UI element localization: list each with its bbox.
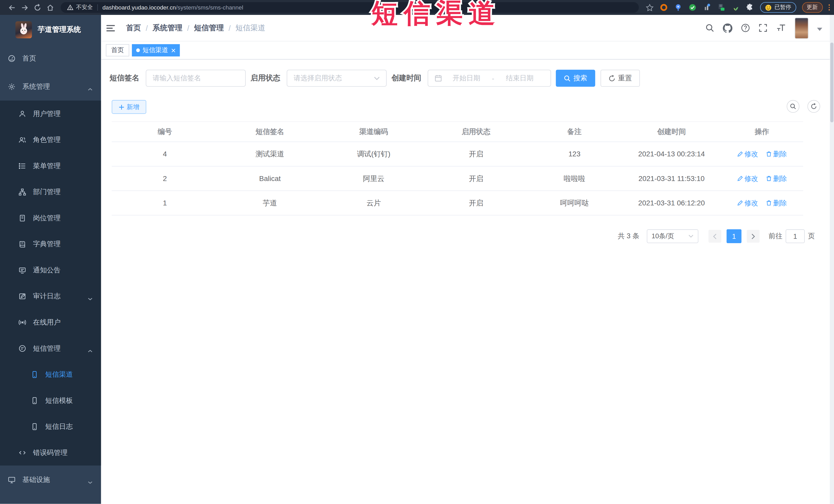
extension-green-check-icon[interactable] xyxy=(688,3,697,12)
chevron-down-icon xyxy=(374,76,380,80)
font-size-icon[interactable] xyxy=(776,23,786,32)
browser-forward-icon[interactable] xyxy=(18,2,31,13)
extension-stats-icon[interactable] xyxy=(703,3,711,12)
goto-page-input[interactable] xyxy=(786,229,805,243)
chevron-down-icon xyxy=(88,294,93,302)
user-avatar[interactable] xyxy=(795,17,809,39)
sidebar-item-error-code[interactable]: 错误码管理 xyxy=(0,440,101,466)
breadcrumb-separator: / xyxy=(229,24,231,32)
extension-dark-on-icon[interactable] xyxy=(717,3,725,12)
tab-home[interactable]: 首页 xyxy=(106,44,129,57)
prev-page-button[interactable] xyxy=(708,230,721,243)
next-page-button[interactable] xyxy=(747,230,760,243)
page-scrollbar[interactable] xyxy=(830,15,834,504)
breadcrumb: 首页 / 系统管理 / 短信管理 / 短信渠道 xyxy=(126,23,265,32)
sidebar-item-label: 菜单管理 xyxy=(33,161,61,171)
address-bar[interactable]: 不安全 dashboard.yudao.iocoder.cn/system/sm… xyxy=(61,2,639,13)
reset-button-label: 重置 xyxy=(618,73,632,83)
edit-link-label: 修改 xyxy=(744,149,758,159)
breadcrumb-sms[interactable]: 短信管理 xyxy=(194,23,224,32)
cell-id: 4 xyxy=(112,150,218,158)
search-icon xyxy=(790,103,796,110)
tab-label: 短信渠道 xyxy=(142,46,168,55)
pagination: 共 3 条 10条/页 1 前往 页 xyxy=(618,229,815,244)
dashboard-icon xyxy=(8,55,16,62)
sidebar-item-audit-log[interactable]: 审计日志 xyxy=(0,283,101,309)
sidebar-toggle-icon[interactable] xyxy=(106,23,117,33)
edit-link[interactable]: 修改 xyxy=(737,198,758,208)
sidebar-item-sms-mgmt[interactable]: 短信管理 xyxy=(0,335,101,361)
fullscreen-icon[interactable] xyxy=(759,23,768,32)
sidebar-item-sms-log[interactable]: 短信日志 xyxy=(0,413,101,440)
sidebar-item-dict-mgmt[interactable]: 字典管理 xyxy=(0,231,101,257)
extension-paused-badge[interactable]: 已暂停 xyxy=(760,2,796,13)
bookmark-star-icon[interactable] xyxy=(645,3,654,12)
add-button[interactable]: 新增 xyxy=(112,100,146,114)
sidebar-item-post-mgmt[interactable]: 岗位管理 xyxy=(0,205,101,231)
reset-button[interactable]: 重置 xyxy=(600,70,640,87)
toggle-search-button[interactable] xyxy=(787,100,799,113)
cell-actions: 修改 删除 xyxy=(721,149,803,159)
scrollbar-thumb[interactable] xyxy=(830,43,833,123)
cell-actions: 修改 删除 xyxy=(721,174,803,183)
table-row: 1 芋道 云片 开启 呵呵呵哒 2021-03-31 06:12:20 修改 删… xyxy=(112,191,803,215)
edit-link[interactable]: 修改 xyxy=(737,149,758,159)
help-icon[interactable] xyxy=(741,23,750,32)
sidebar-item-user-mgmt[interactable]: 用户管理 xyxy=(0,101,101,127)
delete-link[interactable]: 删除 xyxy=(766,198,787,208)
edit-pencil-icon xyxy=(737,176,743,181)
user-menu-caret-icon[interactable] xyxy=(817,23,822,32)
page-number-1[interactable]: 1 xyxy=(726,229,741,243)
browser-update-button[interactable]: 更新 xyxy=(802,2,823,13)
sidebar-item-role-mgmt[interactable]: 角色管理 xyxy=(0,127,101,153)
close-icon[interactable] xyxy=(171,48,176,52)
sidebar-item-sms-template[interactable]: 短信模板 xyxy=(0,387,101,413)
browser-home-icon[interactable] xyxy=(44,2,57,13)
end-date-placeholder: 结束日期 xyxy=(495,73,544,83)
sidebar-item-dept-mgmt[interactable]: 部门管理 xyxy=(0,179,101,205)
signature-label: 短信签名 xyxy=(110,73,139,83)
sidebar-item-label: 岗位管理 xyxy=(33,213,61,223)
signature-input[interactable]: 请输入短信签名 xyxy=(146,70,246,87)
breadcrumb-home[interactable]: 首页 xyxy=(126,23,141,32)
page-size-select[interactable]: 10条/页 xyxy=(647,229,699,243)
column-header-status: 启用状态 xyxy=(425,127,527,136)
delete-link[interactable]: 删除 xyxy=(766,174,787,183)
sidebar-item-online-users[interactable]: 在线用户 xyxy=(0,309,101,335)
extension-sprout-icon[interactable] xyxy=(731,3,740,12)
sidebar-item-label: 在线用户 xyxy=(33,317,61,327)
column-header-code: 渠道编码 xyxy=(322,127,425,136)
table-header-row: 编号 短信签名 渠道编码 启用状态 备注 创建时间 操作 xyxy=(112,122,803,142)
sidebar-item-sms-channel[interactable]: 短信渠道 xyxy=(0,361,101,388)
delete-link[interactable]: 删除 xyxy=(766,149,787,159)
edit-link[interactable]: 修改 xyxy=(737,174,758,183)
breadcrumb-system[interactable]: 系统管理 xyxy=(152,23,182,32)
browser-menu-icon[interactable] xyxy=(828,4,830,10)
create-time-label: 创建时间 xyxy=(392,73,421,83)
github-icon[interactable] xyxy=(723,23,732,32)
extensions-puzzle-icon[interactable] xyxy=(746,3,754,12)
sidebar-item-infrastructure[interactable]: 基础设施 xyxy=(0,465,101,494)
refresh-table-button[interactable] xyxy=(807,100,820,113)
sidebar-item-menu-mgmt[interactable]: 菜单管理 xyxy=(0,153,101,179)
sidebar-item-label: 首页 xyxy=(22,54,36,63)
browser-back-icon[interactable] xyxy=(5,2,18,13)
sidebar-item-home[interactable]: 首页 xyxy=(0,44,101,73)
status-select[interactable]: 请选择启用状态 xyxy=(287,70,387,87)
url-domain: dashboard.yudao.iocoder.cn xyxy=(103,4,176,11)
tab-sms-channel[interactable]: 短信渠道 xyxy=(132,44,180,57)
sidebar-item-label: 角色管理 xyxy=(33,135,61,144)
column-header-id: 编号 xyxy=(112,127,218,136)
browser-reload-icon[interactable] xyxy=(31,2,44,13)
extension-blue-pin-icon[interactable] xyxy=(674,3,682,12)
goto-label: 前往 xyxy=(769,231,783,241)
sidebar-item-system[interactable]: 系统管理 xyxy=(0,73,101,101)
sidebar-item-notice[interactable]: 通知公告 xyxy=(0,257,101,283)
sidebar-item-label: 通知公告 xyxy=(33,265,61,275)
cell-id: 2 xyxy=(112,175,218,182)
cell-status: 开启 xyxy=(425,198,527,208)
date-range-picker[interactable]: 开始日期 - 结束日期 xyxy=(427,70,551,87)
search-button[interactable]: 搜索 xyxy=(556,70,595,87)
extension-orange-ring-icon[interactable] xyxy=(659,3,668,12)
search-icon[interactable] xyxy=(705,23,715,32)
